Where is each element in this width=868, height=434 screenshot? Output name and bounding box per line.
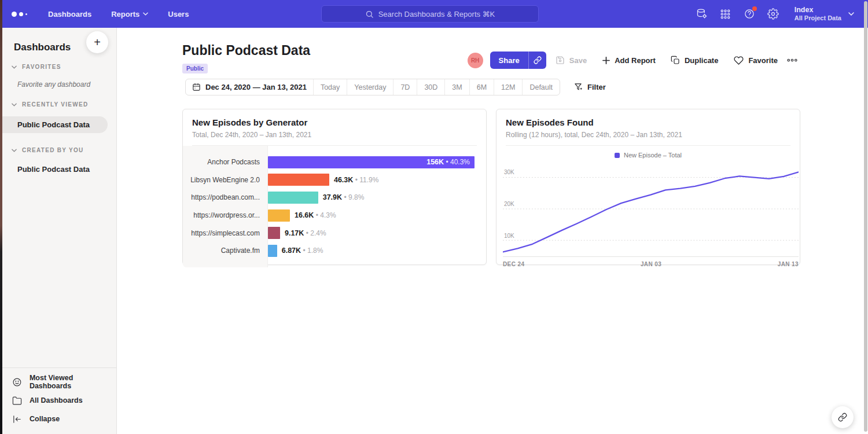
preset-6m[interactable]: 6M: [469, 79, 494, 95]
section-created-by-you[interactable]: CREATED BY YOU: [0, 147, 116, 153]
search-input[interactable]: Search Dashboards & Reports ⌘K: [321, 5, 539, 23]
share-button-group: Share: [490, 52, 546, 69]
card-new-episodes-by-generator: New Episodes by Generator Total, Dec 24t…: [182, 109, 487, 265]
project-name: Index: [795, 6, 841, 14]
bar-value: 156K • 40.3%: [426, 158, 470, 166]
app-logo-icon[interactable]: [12, 12, 27, 17]
notification-dot: [752, 6, 757, 11]
bar-value: 9.17K • 2.4%: [285, 229, 326, 237]
collapse-icon: [12, 414, 22, 424]
smiley-icon: [12, 377, 22, 387]
avatar[interactable]: RH: [468, 53, 483, 68]
bar-row: https://podbean.com... 37.9K • 9.8%: [183, 189, 486, 207]
top-navigation: Dashboards Reports Users: [48, 10, 189, 19]
bar-chart: Anchor Podcasts 156K • 40.3% Libsyn WebE…: [183, 146, 486, 267]
bar-row: Captivate.fm 6.87K • 1.8%: [183, 242, 486, 260]
sidebar-title: Dashboards: [14, 42, 71, 53]
nav-reports[interactable]: Reports: [111, 10, 148, 19]
section-recently-viewed[interactable]: RECENTLY VIEWED: [0, 101, 116, 108]
folder-icon: [12, 396, 22, 406]
project-switcher[interactable]: Index All Project Data: [795, 6, 854, 22]
collapse-sidebar-button[interactable]: Collapse: [0, 410, 116, 428]
apps-grid-icon[interactable]: [720, 8, 731, 20]
bar-value: 46.3K • 11.9%: [334, 176, 378, 184]
plus-icon: [602, 57, 610, 64]
date-range-picker[interactable]: Dec 24, 2020 — Jan 13, 2021: [186, 79, 313, 95]
bar-fill: [268, 209, 290, 222]
settings-gear-icon[interactable]: [767, 8, 779, 20]
search-placeholder: Search Dashboards & Reports ⌘K: [378, 10, 495, 19]
heart-icon: [734, 56, 744, 65]
topbar: Dashboards Reports Users Search Dashboar…: [0, 0, 868, 28]
bar-row: https://simplecast.com 9.17K • 2.4%: [183, 224, 486, 242]
bar-row: Libsyn WebEngine 2.0 46.3K • 11.9%: [183, 171, 486, 189]
page-scrollbar[interactable]: [864, 1, 867, 432]
sidebar-item-public-podcast-data[interactable]: Public Podcast Data: [0, 116, 108, 133]
report-cards: New Episodes by Generator Total, Dec 24t…: [182, 109, 800, 265]
chevron-down-icon: [12, 103, 17, 106]
legend-swatch: [615, 153, 620, 158]
preset-today[interactable]: Today: [313, 79, 347, 95]
link-icon: [534, 56, 542, 64]
card-subtitle: Total, Dec 24th, 2020 – Jan 13th, 2021: [192, 131, 477, 146]
preset-12m[interactable]: 12M: [494, 79, 522, 95]
bar-fill: [268, 245, 277, 257]
add-dashboard-button[interactable]: +: [86, 31, 108, 53]
filter-funnel-icon: [574, 83, 583, 91]
chevron-down-icon: [848, 12, 854, 16]
main-content: Public Podcast Data Public RH Share Save…: [117, 28, 868, 434]
card-title: New Episodes Found: [506, 117, 790, 127]
x-tick: JAN 13: [778, 261, 799, 267]
most-viewed-dashboards-button[interactable]: Most Viewed Dashboards: [0, 373, 116, 391]
preset-3m[interactable]: 3M: [444, 79, 469, 95]
share-link-button[interactable]: [528, 52, 546, 69]
section-favorites[interactable]: FAVORITES: [0, 64, 116, 70]
x-tick: DEC 24: [503, 261, 524, 267]
bar-fill: [268, 192, 318, 204]
favorite-button[interactable]: Favorite: [734, 56, 778, 65]
copy-icon: [671, 56, 680, 65]
header-actions: RH Share Save Add Report Duplicate Favor…: [468, 52, 800, 69]
chart-legend: New Episode – Total: [496, 146, 800, 162]
sidebar: Dashboards + FAVORITES Favorite any dash…: [0, 28, 117, 434]
search-icon: [365, 10, 374, 19]
preset-30d[interactable]: 30D: [417, 79, 444, 95]
bar-value: 6.87K • 1.8%: [282, 247, 323, 255]
chevron-down-icon: [12, 149, 17, 152]
line-chart: 30K 20K 10K: [503, 162, 799, 257]
card-subtitle: Rolling (12 hours), total, Dec 24th, 202…: [506, 131, 790, 146]
sidebar-item-public-podcast-data-2[interactable]: Public Podcast Data: [17, 165, 116, 174]
x-axis: DEC 24 JAN 03 JAN 13: [503, 257, 799, 267]
help-icon[interactable]: [744, 8, 755, 20]
add-report-button[interactable]: Add Report: [602, 56, 656, 65]
preset-yesterday[interactable]: Yesterday: [347, 79, 393, 95]
nav-users[interactable]: Users: [168, 10, 189, 19]
x-tick: JAN 03: [641, 261, 661, 267]
bar-value: 37.9K • 9.8%: [323, 193, 365, 201]
save-button[interactable]: Save: [556, 56, 587, 65]
y-tick: 10K: [504, 233, 514, 239]
date-range-bar: Dec 24, 2020 — Jan 13, 2021 Today Yester…: [185, 79, 560, 95]
y-tick: 20K: [504, 201, 514, 207]
data-source-icon[interactable]: [696, 8, 708, 20]
all-dashboards-button[interactable]: All Dashboards: [0, 391, 116, 410]
date-filter-row: Dec 24, 2020 — Jan 13, 2021 Today Yester…: [185, 79, 606, 95]
floating-share-link-button[interactable]: [832, 406, 854, 428]
preset-default[interactable]: Default: [522, 79, 560, 95]
nav-dashboards[interactable]: Dashboards: [48, 10, 91, 19]
line-series: [503, 162, 799, 256]
more-options-button[interactable]: [785, 58, 800, 62]
sidebar-footer: Most Viewed Dashboards All Dashboards Co…: [0, 367, 116, 434]
bar-row: Anchor Podcasts 156K • 40.3%: [183, 153, 486, 171]
bar-fill: [268, 227, 280, 239]
bar-fill: [268, 174, 329, 186]
share-button[interactable]: Share: [490, 52, 528, 69]
bar-row: https://wordpress.or... 16.6K • 4.3%: [183, 207, 486, 225]
preset-7d[interactable]: 7D: [393, 79, 417, 95]
filter-button[interactable]: Filter: [574, 83, 606, 91]
visibility-badge: Public: [182, 64, 208, 73]
left-edge-artifact: [0, 0, 2, 434]
duplicate-button[interactable]: Duplicate: [671, 56, 719, 65]
ellipsis-icon: [787, 58, 797, 62]
topbar-right-cluster: Index All Project Data: [696, 0, 854, 28]
